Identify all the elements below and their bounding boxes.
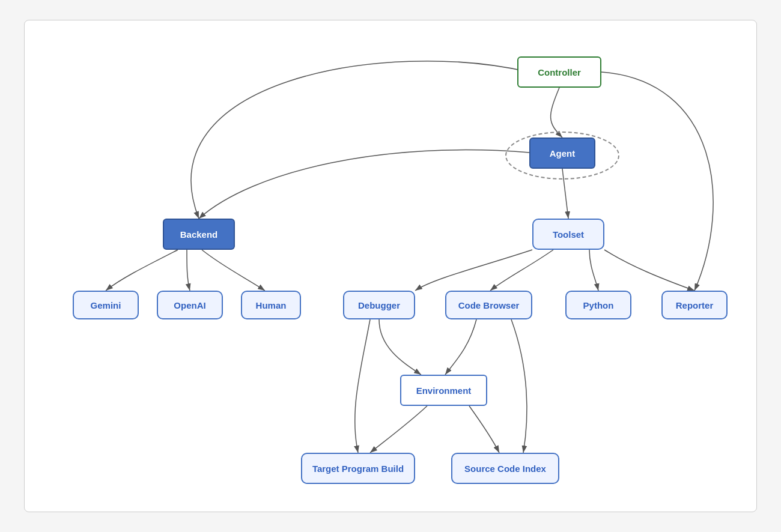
agent-node[interactable]: Agent [529,138,595,169]
targetbuild-node[interactable]: Target Program Build [301,453,415,484]
python-label: Python [583,300,614,310]
toolset-node[interactable]: Toolset [532,219,604,250]
sourcecode-node[interactable]: Source Code Index [451,453,559,484]
backend-label: Backend [180,229,218,240]
controller-node[interactable]: Controller [517,56,601,88]
openai-label: OpenAI [174,300,205,310]
debugger-label: Debugger [358,300,400,310]
openai-node[interactable]: OpenAI [157,291,223,319]
toolset-label: Toolset [553,229,584,240]
diagram-container: Controller Agent Backend Toolset Gemini … [24,20,757,512]
codebrowser-node[interactable]: Code Browser [445,291,532,319]
gemini-node[interactable]: Gemini [73,291,139,319]
reporter-node[interactable]: Reporter [661,291,728,319]
reporter-label: Reporter [676,300,714,310]
backend-node[interactable]: Backend [163,219,235,250]
sourcecode-label: Source Code Index [464,464,546,474]
human-node[interactable]: Human [241,291,301,319]
environment-label: Environment [416,385,472,396]
gemini-label: Gemini [91,300,121,310]
environment-node[interactable]: Environment [400,375,487,406]
targetbuild-label: Target Program Build [312,464,404,474]
codebrowser-label: Code Browser [458,300,520,310]
debugger-node[interactable]: Debugger [343,291,415,319]
human-label: Human [256,300,287,310]
arrows-svg [25,20,756,512]
agent-label: Agent [550,148,576,159]
python-node[interactable]: Python [565,291,631,319]
controller-label: Controller [538,67,581,77]
